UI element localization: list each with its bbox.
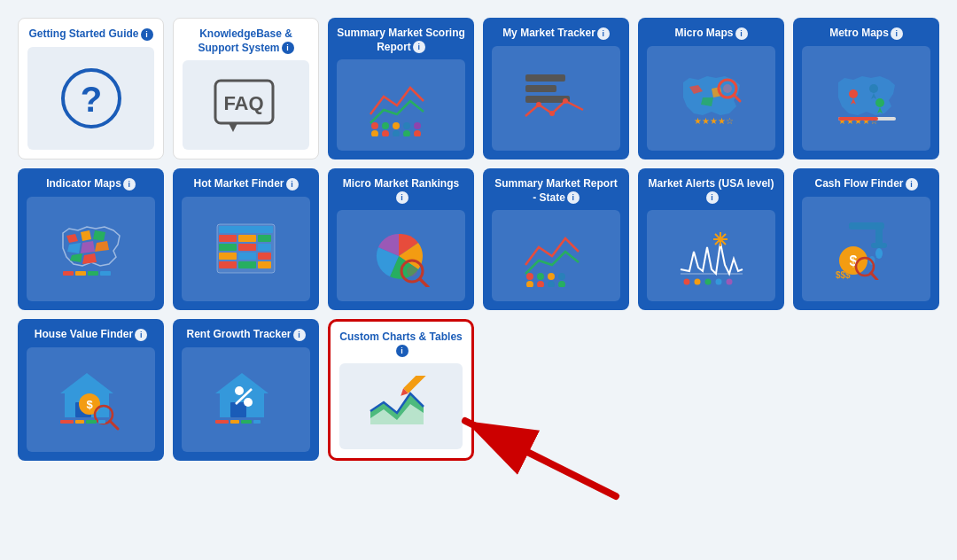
card-wrapper-rent-growth-tracker: Rent Growth Trackeri bbox=[173, 319, 319, 461]
svg-rect-45 bbox=[258, 253, 271, 260]
card-image-cash-flow-finder: $ $$$ bbox=[802, 197, 930, 301]
info-icon-summary-market-state[interactable]: i bbox=[567, 191, 580, 204]
svg-rect-15 bbox=[525, 74, 565, 82]
card-metro-maps[interactable]: Metro Mapsi ★★★★☆ bbox=[793, 18, 939, 159]
card-title-rent-growth-tracker: Rent Growth Trackeri bbox=[186, 328, 305, 342]
card-title-summary-market-scoring: Summary Market Scoring Reporti bbox=[337, 27, 465, 54]
card-wrapper-cash-flow-finder: Cash Flow Finderi $ $$$ bbox=[793, 168, 939, 310]
svg-rect-31 bbox=[63, 271, 74, 276]
svg-point-14 bbox=[414, 130, 421, 136]
svg-point-19 bbox=[549, 111, 555, 116]
card-micro-maps[interactable]: Micro Mapsi ★★★★☆ bbox=[638, 18, 784, 159]
card-title-market-alerts: Market Alerts (USA level)i bbox=[647, 177, 775, 205]
card-title-cash-flow-finder: Cash Flow Finderi bbox=[814, 177, 917, 191]
info-icon-my-market-tracker[interactable]: i bbox=[597, 27, 610, 40]
info-icon-micro-maps[interactable]: i bbox=[735, 27, 748, 40]
svg-marker-3 bbox=[229, 123, 237, 132]
svg-rect-101 bbox=[403, 376, 427, 393]
card-wrapper-summary-market-state: Summary Market Report - Statei bbox=[483, 168, 629, 310]
card-title-house-value-finder: House Value Finderi bbox=[35, 328, 147, 342]
info-icon-rent-growth-tracker[interactable]: i bbox=[293, 329, 306, 341]
info-icon-hot-market-finder[interactable]: i bbox=[286, 178, 299, 191]
card-wrapper-knowledgebase: KnowledgeBase & Support Systemi FAQ bbox=[173, 18, 319, 159]
svg-text:$: $ bbox=[86, 398, 93, 411]
card-image-rent-growth-tracker bbox=[182, 347, 310, 452]
svg-rect-34 bbox=[100, 271, 111, 276]
card-house-value-finder[interactable]: House Value Finderi $ bbox=[18, 319, 164, 461]
card-rent-growth-tracker[interactable]: Rent Growth Trackeri bbox=[173, 319, 319, 461]
card-custom-charts-tables[interactable]: Custom Charts & Tablesi bbox=[328, 319, 474, 461]
card-image-micro-maps: ★★★★☆ bbox=[647, 46, 775, 151]
card-title-metro-maps: Metro Mapsi bbox=[829, 27, 903, 41]
card-image-summary-market-scoring bbox=[337, 59, 465, 151]
svg-rect-37 bbox=[219, 235, 237, 242]
svg-point-59 bbox=[558, 281, 565, 287]
card-image-market-alerts bbox=[647, 210, 775, 301]
info-icon-knowledgebase[interactable]: i bbox=[282, 42, 294, 54]
svg-point-53 bbox=[537, 273, 544, 280]
card-image-my-market-tracker bbox=[492, 46, 620, 151]
svg-rect-36 bbox=[219, 226, 273, 233]
info-icon-summary-market-scoring[interactable]: i bbox=[413, 41, 425, 53]
svg-text:?: ? bbox=[80, 80, 101, 119]
svg-rect-95 bbox=[215, 420, 229, 424]
card-wrapper-custom-charts-tables: Custom Charts & Tablesi bbox=[328, 319, 474, 461]
info-icon-indicator-maps[interactable]: i bbox=[123, 178, 136, 191]
card-hot-market-finder[interactable]: Hot Market Finderi bbox=[173, 168, 319, 310]
svg-rect-43 bbox=[219, 253, 237, 260]
svg-rect-41 bbox=[238, 244, 256, 251]
svg-point-18 bbox=[536, 102, 541, 107]
svg-point-54 bbox=[548, 273, 555, 280]
svg-line-105 bbox=[465, 421, 616, 496]
svg-point-27 bbox=[875, 98, 884, 107]
svg-rect-97 bbox=[241, 420, 252, 424]
card-getting-started[interactable]: Getting Started Guidei ? bbox=[18, 18, 164, 159]
info-icon-cash-flow-finder[interactable]: i bbox=[906, 178, 918, 191]
svg-point-56 bbox=[526, 281, 533, 287]
card-title-my-market-tracker: My Market Trackeri bbox=[502, 27, 610, 41]
card-market-alerts[interactable]: Market Alerts (USA level)i bbox=[638, 168, 784, 310]
info-icon-micro-market-rankings[interactable]: i bbox=[396, 191, 408, 204]
svg-text:FAQ: FAQ bbox=[223, 92, 263, 114]
card-image-hot-market-finder bbox=[182, 197, 310, 301]
svg-point-6 bbox=[382, 122, 389, 129]
card-wrapper-my-market-tracker: My Market Trackeri bbox=[483, 18, 629, 159]
svg-rect-96 bbox=[230, 420, 239, 424]
svg-point-26 bbox=[869, 84, 878, 93]
svg-rect-88 bbox=[86, 420, 97, 424]
card-summary-market-scoring[interactable]: Summary Market Scoring Reporti bbox=[328, 18, 474, 159]
card-image-custom-charts-tables bbox=[339, 363, 463, 449]
svg-point-65 bbox=[683, 278, 689, 284]
info-icon-metro-maps[interactable]: i bbox=[891, 27, 903, 40]
svg-point-69 bbox=[726, 278, 732, 284]
card-image-micro-market-rankings bbox=[337, 210, 465, 301]
card-title-hot-market-finder: Hot Market Finderi bbox=[193, 177, 298, 191]
card-wrapper-hot-market-finder: Hot Market Finderi bbox=[173, 168, 319, 310]
card-image-summary-market-state bbox=[492, 210, 620, 301]
svg-point-73 bbox=[875, 248, 883, 259]
svg-rect-72 bbox=[871, 243, 887, 248]
info-icon-market-alerts[interactable]: i bbox=[706, 191, 719, 204]
svg-rect-44 bbox=[238, 253, 256, 260]
svg-rect-33 bbox=[88, 271, 98, 276]
card-knowledgebase[interactable]: KnowledgeBase & Support Systemi FAQ bbox=[173, 18, 319, 159]
card-image-knowledgebase: FAQ bbox=[183, 60, 309, 150]
svg-rect-38 bbox=[238, 235, 256, 242]
info-icon-house-value-finder[interactable]: i bbox=[135, 329, 147, 341]
card-title-getting-started: Getting Started Guidei bbox=[28, 27, 152, 42]
info-icon-getting-started[interactable]: i bbox=[141, 28, 153, 41]
svg-point-93 bbox=[244, 398, 253, 407]
svg-point-7 bbox=[393, 122, 400, 129]
card-my-market-tracker[interactable]: My Market Trackeri bbox=[483, 18, 629, 159]
svg-point-57 bbox=[537, 281, 544, 287]
svg-point-11 bbox=[382, 130, 389, 136]
svg-point-12 bbox=[393, 130, 400, 136]
card-summary-market-state[interactable]: Summary Market Report - Statei bbox=[483, 168, 629, 310]
svg-point-13 bbox=[403, 130, 410, 136]
svg-line-85 bbox=[110, 421, 118, 429]
card-indicator-maps[interactable]: Indicator Mapsi bbox=[18, 168, 164, 310]
card-cash-flow-finder[interactable]: Cash Flow Finderi $ $$$ bbox=[793, 168, 939, 310]
svg-rect-87 bbox=[75, 420, 84, 424]
info-icon-custom-charts-tables[interactable]: i bbox=[396, 345, 408, 357]
card-micro-market-rankings[interactable]: Micro Market Rankingsi bbox=[328, 168, 474, 310]
